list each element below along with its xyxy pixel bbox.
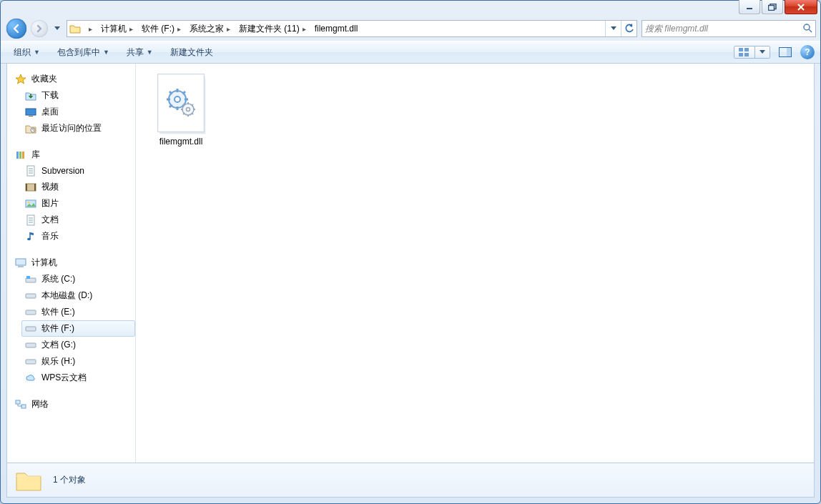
svg-rect-13 [16, 152, 19, 159]
nav-history-dropdown[interactable] [52, 26, 62, 31]
explorer-body: 收藏夹 下载 桌面 最近访问的位置 库 Subversion 视频 图片 文档 [6, 64, 815, 463]
download-icon [24, 91, 37, 101]
breadcrumb-label: 新建文件夹 (11) [239, 23, 300, 35]
tree-label: WPS云文档 [41, 372, 87, 384]
tree-item-drive-e[interactable]: 软件 (E:) [21, 304, 135, 320]
arrow-left-icon [11, 23, 22, 34]
tree-label: 视频 [41, 181, 59, 193]
network-icon [14, 400, 27, 410]
command-bar: 组织▼ 包含到库中▼ 共享▼ 新建文件夹 ? [1, 41, 820, 64]
toolbar-right: ? [734, 44, 815, 60]
tree-label: 本地磁盘 (D:) [41, 290, 92, 302]
tree-item-videos[interactable]: 视频 [21, 179, 135, 195]
search-box[interactable]: 搜索 filemgmt.dll [641, 20, 816, 37]
gear-icon [164, 87, 197, 119]
file-thumbnail [157, 74, 205, 132]
tree-group-title[interactable]: 网络 [11, 396, 135, 412]
breadcrumb[interactable]: 计算机▸ [98, 21, 139, 36]
nav-forward-button[interactable] [31, 20, 48, 37]
svg-point-3 [804, 24, 810, 30]
button-label: 新建文件夹 [170, 46, 213, 59]
tree-item-drive-c[interactable]: 系统 (C:) [21, 271, 135, 287]
share-button[interactable]: 共享▼ [119, 44, 160, 61]
preview-pane-button[interactable] [777, 44, 793, 60]
drive-icon [24, 292, 37, 300]
tree-label: 系统 (C:) [41, 273, 75, 285]
tree-group-title[interactable]: 收藏夹 [11, 71, 135, 87]
svg-rect-0 [747, 8, 752, 9]
tree-item-drive-h[interactable]: 娱乐 (H:) [21, 353, 135, 370]
view-mode-split [734, 46, 770, 59]
tree-label: 桌面 [41, 106, 59, 118]
refresh-icon [624, 24, 634, 34]
svg-rect-18 [26, 184, 27, 191]
include-in-library-button[interactable]: 包含到库中▼ [50, 44, 117, 61]
desktop-icon [24, 108, 37, 117]
tree-item-desktop[interactable]: 桌面 [21, 104, 135, 120]
tree-item-drive-d[interactable]: 本地磁盘 (D:) [21, 287, 135, 304]
breadcrumb[interactable]: 新建文件夹 (11)▸ [236, 21, 312, 36]
tree-item-wps-cloud[interactable]: WPS云文档 [21, 370, 135, 386]
navbar: ▸ 计算机▸ 软件 (F:)▸ 系统之家▸ 新建文件夹 (11)▸ filemg… [1, 16, 820, 41]
library-icon [14, 149, 27, 161]
svg-rect-19 [34, 184, 36, 191]
tree-group-libraries: 库 Subversion 视频 图片 文档 音乐 [11, 147, 135, 244]
svg-rect-32 [26, 360, 36, 364]
folder-icon [14, 468, 43, 493]
svg-rect-2 [769, 5, 775, 10]
refresh-button[interactable] [621, 21, 636, 36]
tree-label: 计算机 [31, 257, 57, 269]
file-list[interactable]: filemgmt.dll [136, 64, 814, 463]
button-label: 组织 [14, 46, 31, 59]
close-button[interactable] [785, 0, 817, 14]
address-dropdown[interactable] [605, 21, 621, 36]
explorer-window: ▸ 计算机▸ 软件 (F:)▸ 系统之家▸ 新建文件夹 (11)▸ filemg… [0, 0, 821, 504]
tree-item-pictures[interactable]: 图片 [21, 195, 135, 212]
breadcrumb[interactable]: 软件 (F:)▸ [139, 21, 187, 36]
tree-group-title[interactable]: 计算机 [11, 255, 135, 271]
tree-item-drive-g[interactable]: 文档 (G:) [21, 337, 135, 353]
minimize-button[interactable] [739, 0, 760, 14]
tree-label: 网络 [31, 398, 49, 410]
breadcrumb-label: 软件 (F:) [142, 23, 174, 35]
chevron-down-icon: ▼ [147, 49, 153, 56]
svg-point-38 [187, 108, 190, 112]
maximize-icon [768, 4, 777, 11]
breadcrumb[interactable]: 系统之家▸ [187, 21, 236, 36]
tree-item-downloads[interactable]: 下载 [21, 87, 135, 104]
tree-item-subversion[interactable]: Subversion [21, 163, 135, 179]
tree-group-title[interactable]: 库 [11, 147, 135, 163]
search-icon [802, 23, 812, 35]
tree-label: 音乐 [41, 230, 59, 242]
navigation-pane[interactable]: 收藏夹 下载 桌面 最近访问的位置 库 Subversion 视频 图片 文档 [7, 64, 136, 463]
button-label: 共享 [127, 46, 144, 59]
tree-group-favorites: 收藏夹 下载 桌面 最近访问的位置 [11, 71, 135, 137]
tree-item-drive-f[interactable]: 软件 (F:) [21, 320, 135, 337]
tree-group-computer: 计算机 系统 (C:) 本地磁盘 (D:) 软件 (E:) 软件 (F:) 文档… [11, 255, 135, 386]
view-mode-dropdown[interactable] [754, 46, 770, 58]
breadcrumb-sep[interactable]: ▸ [83, 21, 98, 36]
tree-item-recent[interactable]: 最近访问的位置 [21, 120, 135, 137]
close-icon [797, 4, 805, 11]
new-folder-button[interactable]: 新建文件夹 [163, 44, 220, 61]
tree-label: 图片 [41, 197, 59, 209]
maximize-button[interactable] [762, 0, 783, 14]
breadcrumb-label: 计算机 [101, 23, 127, 35]
svg-rect-30 [26, 327, 36, 331]
breadcrumb[interactable]: filemgmt.dll [312, 21, 361, 36]
file-name: filemgmt.dll [159, 137, 203, 147]
tree-item-music[interactable]: 音乐 [21, 228, 135, 244]
tree-label: 文档 (G:) [41, 339, 76, 351]
nav-back-button[interactable] [6, 19, 26, 39]
svg-rect-5 [744, 48, 749, 51]
view-mode-button[interactable] [734, 46, 754, 58]
file-item[interactable]: filemgmt.dll [149, 74, 213, 147]
recent-icon [24, 124, 37, 134]
organize-button[interactable]: 组织▼ [6, 44, 47, 61]
svg-rect-31 [26, 343, 36, 347]
address-bar[interactable]: ▸ 计算机▸ 软件 (F:)▸ 系统之家▸ 新建文件夹 (11)▸ filemg… [67, 20, 637, 37]
svg-rect-11 [29, 116, 33, 117]
help-button[interactable]: ? [800, 45, 815, 59]
chevron-down-icon: ▼ [103, 49, 109, 56]
tree-item-documents[interactable]: 文档 [21, 212, 135, 228]
